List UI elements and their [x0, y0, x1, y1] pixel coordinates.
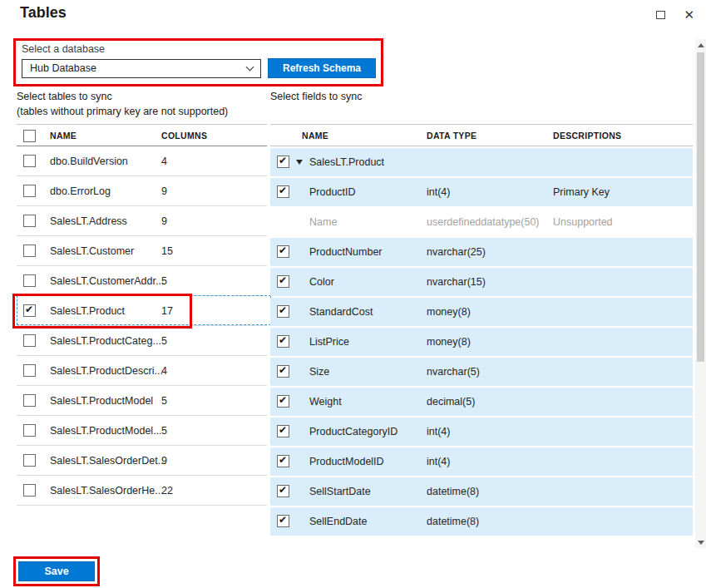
field-name-cell: Size: [309, 366, 329, 378]
page-title: Tables: [20, 4, 67, 22]
field-checkbox[interactable]: [277, 455, 289, 467]
vertical-scrollbar[interactable]: [695, 39, 706, 548]
field-name-cell: StandardCost: [309, 306, 373, 318]
data-type-cell: money(8): [427, 306, 471, 318]
save-button[interactable]: Save: [18, 561, 95, 581]
table-name-cell: SalesLT.ProductDescri...: [50, 365, 163, 377]
row-checkbox[interactable]: [23, 245, 36, 257]
data-type-cell: nvarchar(5): [427, 366, 480, 378]
group-checkbox[interactable]: [277, 156, 289, 168]
columns-count-cell: 9: [161, 215, 167, 227]
scrollbar-thumb[interactable]: [697, 52, 704, 362]
name-column-header: NAME: [50, 131, 77, 141]
field-row[interactable]: SellEndDate datetime(8): [270, 507, 693, 536]
table-name-cell: dbo.ErrorLog: [50, 185, 111, 197]
data-type-cell: datetime(8): [427, 486, 479, 497]
close-icon[interactable]: ✕: [684, 8, 694, 21]
field-row[interactable]: Color nvarchar(15): [270, 268, 693, 296]
field-row[interactable]: ListPrice money(8): [270, 328, 693, 356]
table-row[interactable]: dbo.ErrorLog 9: [17, 176, 267, 206]
table-name-cell: SalesLT.CustomerAddr...: [50, 275, 164, 287]
field-checkbox[interactable]: [277, 425, 289, 437]
field-checkbox[interactable]: [277, 335, 289, 348]
field-row[interactable]: Size nvarchar(5): [270, 358, 693, 386]
collapse-caret-icon[interactable]: [296, 160, 303, 165]
field-row[interactable]: Weight decimal(5): [270, 388, 693, 416]
window-controls: ✕: [656, 8, 694, 21]
database-select-label: Select a database: [22, 43, 376, 55]
description-cell: Primary Key: [553, 186, 610, 198]
row-checkbox[interactable]: [23, 274, 36, 287]
data-type-cell: money(8): [427, 336, 471, 348]
row-checkbox[interactable]: [23, 454, 36, 467]
data-type-column-header: DATA TYPE: [427, 131, 476, 141]
table-row[interactable]: SalesLT.ProductModel 5: [17, 386, 267, 416]
row-checkbox[interactable]: [23, 155, 36, 167]
field-row[interactable]: ProductCategoryID int(4): [270, 418, 693, 446]
field-row[interactable]: SellStartDate datetime(8): [270, 477, 693, 506]
field-row[interactable]: StandardCost money(8): [270, 298, 693, 326]
data-type-cell: nvarchar(15): [427, 276, 486, 288]
data-type-cell: int(4): [427, 456, 450, 467]
chevron-down-icon: [246, 63, 254, 72]
field-row[interactable]: ProductModelID int(4): [270, 447, 693, 476]
columns-count-cell: 5: [161, 395, 167, 407]
table-name-cell: dbo.BuildVersion: [50, 156, 128, 167]
scroll-up-icon[interactable]: [695, 39, 706, 51]
field-checkbox[interactable]: [277, 305, 289, 318]
save-button-callout: Save: [13, 556, 100, 586]
columns-count-cell: 17: [161, 305, 173, 317]
refresh-schema-button[interactable]: Refresh Schema: [268, 58, 376, 78]
field-checkbox[interactable]: [277, 365, 289, 378]
table-row-selected[interactable]: SalesLT.Product 17: [17, 296, 267, 326]
scroll-down-icon[interactable]: [695, 536, 706, 548]
data-type-cell: decimal(5): [427, 396, 475, 408]
row-checkbox[interactable]: [23, 424, 36, 437]
row-checkbox[interactable]: [23, 394, 36, 407]
columns-count-cell: 5: [161, 425, 167, 437]
table-name-cell: SalesLT.Address: [50, 215, 127, 227]
tables-heading-line1: Select tables to sync: [17, 89, 228, 104]
field-name-cell: SellStartDate: [309, 486, 371, 497]
columns-count-cell: 5: [161, 275, 167, 287]
table-row[interactable]: SalesLT.Customer 15: [17, 236, 267, 266]
database-dropdown[interactable]: Hub Database: [22, 59, 261, 78]
table-name-cell: SalesLT.SalesOrderHe...: [50, 485, 164, 497]
row-checkbox[interactable]: [23, 364, 36, 377]
data-type-cell: int(4): [427, 186, 450, 198]
table-name-cell: SalesLT.ProductModel...: [50, 425, 162, 437]
table-row[interactable]: dbo.BuildVersion 4: [17, 146, 267, 176]
row-checkbox[interactable]: [23, 215, 36, 227]
field-checkbox[interactable]: [277, 485, 289, 497]
table-row[interactable]: SalesLT.SalesOrderDet... 9: [17, 446, 267, 476]
table-row[interactable]: SalesLT.CustomerAddr... 5: [17, 266, 267, 296]
row-checkbox[interactable]: [23, 334, 36, 347]
field-checkbox[interactable]: [277, 185, 289, 198]
field-name-cell: Weight: [309, 396, 342, 408]
table-row[interactable]: SalesLT.ProductModel... 5: [17, 416, 267, 446]
restore-window-icon[interactable]: [656, 11, 665, 19]
descriptions-column-header: DESCRIPTIONS: [553, 131, 621, 141]
row-checkbox[interactable]: [23, 484, 36, 497]
row-checkbox[interactable]: [23, 185, 36, 197]
table-row[interactable]: SalesLT.SalesOrderHe... 22: [17, 476, 267, 506]
field-name-cell: ProductNumber: [309, 246, 383, 258]
field-checkbox[interactable]: [277, 395, 289, 408]
name-column-header: NAME: [302, 131, 328, 141]
field-group-row[interactable]: SalesLT.Product: [270, 148, 693, 176]
database-section-callout: Select a database Hub Database Refresh S…: [13, 38, 383, 86]
table-name-cell: SalesLT.SalesOrderDet...: [50, 455, 166, 467]
tables-list: NAME COLUMNS dbo.BuildVersion 4 dbo.Erro…: [17, 124, 267, 506]
field-row[interactable]: ProductNumber nvarchar(25): [270, 238, 693, 266]
table-row[interactable]: SalesLT.ProductDescri... 4: [17, 356, 267, 386]
table-row[interactable]: SalesLT.Address 9: [17, 206, 267, 236]
fields-panel-heading: Select fields to sync: [270, 89, 362, 104]
field-checkbox[interactable]: [277, 245, 289, 258]
field-row[interactable]: ProductID int(4) Primary Key: [270, 178, 693, 206]
select-all-checkbox[interactable]: [23, 130, 36, 142]
table-row[interactable]: SalesLT.ProductCateg... 5: [17, 326, 267, 356]
field-checkbox[interactable]: [277, 275, 289, 288]
fields-list: NAME DATA TYPE DESCRIPTIONS SalesLT.Prod…: [270, 124, 693, 536]
field-checkbox[interactable]: [277, 515, 289, 527]
row-checkbox[interactable]: [23, 304, 36, 317]
